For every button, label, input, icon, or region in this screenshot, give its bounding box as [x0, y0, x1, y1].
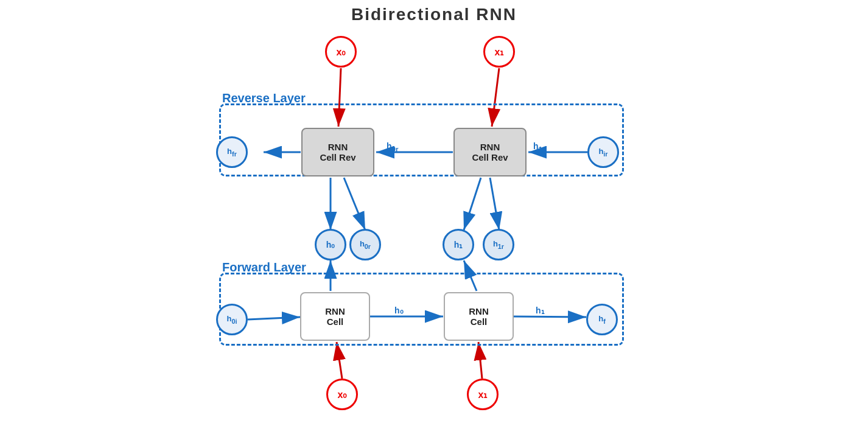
page-title: Bidirectional RNN	[351, 5, 517, 24]
h1-fwd-label: h₁	[536, 306, 545, 315]
x1-top-input: x₁	[483, 36, 515, 68]
rnn-cell-fwd-2: RNNCell	[444, 292, 514, 341]
x1-bot-input: x₁	[467, 379, 499, 410]
svg-line-18	[478, 342, 482, 379]
rnn-cell-rev-2: RNNCell Rev	[453, 128, 527, 176]
h1r-rev-label: h1r	[533, 141, 545, 153]
reverse-layer-box	[219, 103, 624, 176]
x0-top-input: x₀	[325, 36, 357, 68]
hfr-node: hfr	[216, 136, 248, 168]
forward-layer-box	[219, 273, 624, 346]
rnn-cell-rev-1: RNNCell Rev	[301, 128, 374, 176]
svg-line-9	[490, 178, 499, 230]
h0r-output: h0r	[349, 229, 381, 260]
forward-layer-label: Forward Layer	[222, 260, 306, 274]
arrows-svg	[0, 0, 868, 426]
hir-node: hir	[587, 136, 619, 168]
h0r-rev-label: h0r	[387, 141, 399, 153]
h1-output: h₁	[443, 229, 474, 260]
reverse-layer-label: Reverse Layer	[222, 91, 306, 105]
h0i-node: h0i	[216, 304, 248, 335]
svg-line-11	[464, 178, 481, 230]
h0-output: h₀	[315, 229, 346, 260]
hf-node: hf	[586, 304, 618, 335]
x0-bot-input: x₀	[326, 379, 358, 410]
svg-line-10	[344, 178, 365, 230]
diagram-container: Bidirectional RNN	[0, 0, 868, 426]
h1r-output: h1r	[483, 229, 514, 260]
rnn-cell-fwd-1: RNNCell	[300, 292, 370, 341]
svg-line-17	[337, 342, 342, 379]
h0-fwd-label: h₀	[394, 306, 404, 315]
